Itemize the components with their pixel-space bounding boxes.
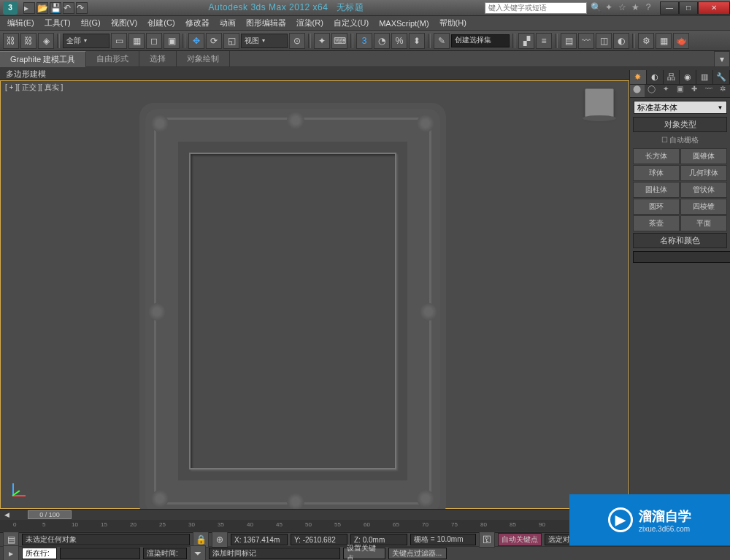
prim-sphere[interactable]: 球体	[633, 165, 680, 181]
time-ruler[interactable]: 051015202530354045505560657075808590	[0, 520, 629, 532]
menu-maxscript[interactable]: MAXScript(M)	[374, 18, 433, 29]
scale-icon[interactable]: ◱	[223, 33, 239, 49]
viewport-label[interactable]: [ + ][ 正交 ][ 真实 ]	[5, 83, 63, 93]
unlink-icon[interactable]: ⛓	[20, 33, 36, 49]
section-object-type[interactable]: 对象类型	[633, 117, 727, 132]
pivot-icon[interactable]: ⊙	[289, 33, 305, 49]
time-slider[interactable]: ◀ 0 / 100 ▶	[0, 510, 629, 520]
ref-coord-dropdown[interactable]: 视图	[241, 34, 288, 48]
time-slider-handle[interactable]: 0 / 100	[28, 510, 72, 519]
material-editor-icon[interactable]: ◐	[613, 33, 629, 49]
prim-cone[interactable]: 圆锥体	[680, 148, 727, 164]
selection-set-dropdown[interactable]: 创建选择集	[451, 34, 510, 47]
prim-pyramid[interactable]: 四棱锥	[680, 199, 727, 215]
snap-3-icon[interactable]: 3	[356, 33, 372, 49]
display-tab-icon[interactable]: ▥	[696, 70, 713, 84]
menu-render[interactable]: 渲染(R)	[292, 16, 328, 30]
qat-new-icon[interactable]: ▸	[23, 2, 35, 14]
selection-filter-dropdown[interactable]: 全部	[63, 34, 110, 48]
menu-edit[interactable]: 编辑(E)	[3, 16, 39, 30]
select-name-icon[interactable]: ▦	[128, 33, 145, 49]
auto-key-button[interactable]: 自动关键点	[498, 533, 542, 546]
menu-grapheditors[interactable]: 图形编辑器	[242, 16, 291, 30]
bind-icon[interactable]: ◈	[38, 33, 54, 49]
qat-save-icon[interactable]: 💾	[50, 2, 61, 14]
prim-box[interactable]: 长方体	[633, 148, 680, 164]
key-filter-button[interactable]: 关键点过滤器...	[388, 548, 447, 559]
select-icon[interactable]: ▭	[111, 33, 127, 49]
close-button[interactable]: ✕	[698, 1, 730, 15]
subs-icon[interactable]: ✦	[603, 2, 615, 14]
spinner-snap-icon[interactable]: ⬍	[409, 33, 425, 49]
window-crossing-icon[interactable]: ▣	[164, 33, 180, 49]
menu-customize[interactable]: 自定义(U)	[329, 16, 373, 30]
menu-tools[interactable]: 工具(T)	[40, 16, 75, 30]
manip-icon[interactable]: ✦	[314, 33, 330, 49]
coord-x[interactable]: X: 1367.414m	[231, 534, 288, 545]
lights-icon[interactable]: ✦	[658, 85, 673, 97]
geometry-icon[interactable]: ⬤	[630, 85, 645, 97]
menu-modifiers[interactable]: 修改器	[181, 16, 214, 30]
qat-redo-icon[interactable]: ↷	[76, 2, 88, 14]
section-name-color[interactable]: 名称和颜色	[633, 233, 727, 248]
add-time-tag[interactable]: 添加时间标记	[209, 548, 340, 559]
prim-geosphere[interactable]: 几何球体	[680, 165, 727, 181]
menu-create[interactable]: 创建(C)	[143, 16, 179, 30]
link-icon[interactable]: ⛓	[3, 33, 19, 49]
ribbon-collapse-icon[interactable]: ▾	[714, 51, 730, 67]
prim-teapot[interactable]: 茶壶	[633, 215, 680, 231]
search-icon[interactable]: 🔍	[590, 2, 602, 14]
cameras-icon[interactable]: ▣	[673, 85, 688, 97]
shapes-icon[interactable]: ◯	[645, 85, 659, 97]
menu-help[interactable]: 帮助(H)	[435, 16, 471, 30]
fav-icon[interactable]: ★	[629, 2, 641, 14]
rotate-icon[interactable]: ⟳	[206, 33, 222, 49]
ribbon-subpanel[interactable]: 多边形建模	[0, 67, 730, 80]
menu-group[interactable]: 组(G)	[77, 16, 105, 30]
object-name-input[interactable]	[633, 251, 730, 263]
help-search-input[interactable]	[485, 2, 587, 14]
helpers-icon[interactable]: ✚	[687, 85, 702, 97]
prim-plane[interactable]: 平面	[680, 215, 727, 231]
create-tab-icon[interactable]: ✸	[630, 70, 647, 84]
time-tag-icon[interactable]: ⏷	[190, 545, 206, 560]
set-key-button[interactable]: 设置关键点	[343, 548, 385, 559]
viewcube[interactable]	[585, 88, 614, 118]
spacewarps-icon[interactable]: 〰	[702, 85, 716, 97]
angle-snap-icon[interactable]: ◔	[374, 33, 390, 49]
prim-cylinder[interactable]: 圆柱体	[633, 182, 680, 198]
qat-open-icon[interactable]: 📂	[36, 2, 48, 14]
ribbon-tab-graphite[interactable]: Graphite 建模工具	[0, 51, 86, 67]
percent-snap-icon[interactable]: %	[391, 33, 407, 49]
systems-icon[interactable]: ✲	[715, 85, 730, 97]
render-frame-icon[interactable]: ▦	[656, 33, 672, 49]
motion-tab-icon[interactable]: ◉	[680, 70, 696, 84]
mirror-icon[interactable]: ▞	[518, 33, 534, 49]
schematic-icon[interactable]: ◫	[596, 33, 612, 49]
curve-editor-icon[interactable]: 〰	[578, 33, 594, 49]
listener-input[interactable]	[60, 548, 140, 559]
align-icon[interactable]: ≡	[536, 33, 552, 49]
utilities-tab-icon[interactable]: 🔧	[713, 70, 730, 84]
keymode-icon[interactable]: ⌨	[331, 33, 347, 49]
qat-undo-icon[interactable]: ↶	[63, 2, 74, 14]
move-icon[interactable]: ✥	[188, 33, 204, 49]
maximize-button[interactable]: □	[679, 1, 698, 15]
render-icon[interactable]: 🫖	[673, 33, 689, 49]
autogrid-checkbox[interactable]: ☐ 自动栅格	[630, 134, 730, 147]
key-icon[interactable]: ⚿	[479, 532, 495, 548]
menu-animation[interactable]: 动画	[215, 16, 240, 30]
hierarchy-tab-icon[interactable]: 品	[664, 70, 680, 84]
named-sel-icon[interactable]: ✎	[434, 33, 450, 49]
ribbon-tab-objectpaint[interactable]: 对象绘制	[177, 51, 230, 66]
ribbon-tab-freeform[interactable]: 自由形式	[86, 51, 139, 66]
viewport[interactable]: [ + ][ 正交 ][ 真实 ]	[0, 80, 629, 509]
category-dropdown[interactable]: 标准基本体▼	[634, 101, 727, 114]
menu-view[interactable]: 视图(V)	[107, 16, 142, 30]
listener-icon[interactable]: ▸	[3, 545, 19, 560]
render-setup-icon[interactable]: ⚙	[638, 33, 654, 49]
transform-type-icon[interactable]: ⊕	[212, 532, 228, 548]
modify-tab-icon[interactable]: ◐	[647, 70, 664, 84]
prim-tube[interactable]: 管状体	[680, 182, 727, 198]
help-icon[interactable]: ?	[642, 2, 654, 14]
